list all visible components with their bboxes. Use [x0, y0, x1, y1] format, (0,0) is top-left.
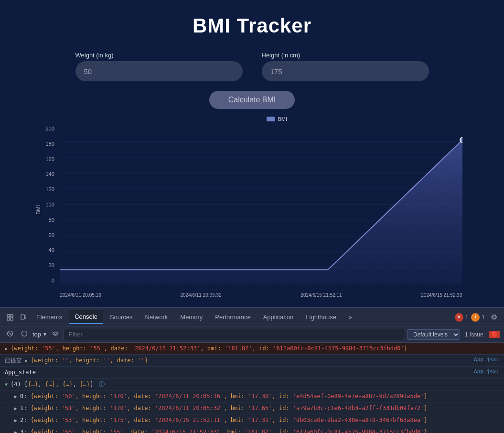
console-filter-input[interactable] [64, 329, 405, 340]
app-jsx-ref-2[interactable]: App.jsx: [474, 368, 499, 376]
console-line-item3: ▶ 3: {weight: '55', height: '55', date: … [0, 426, 504, 433]
tab-console[interactable]: Console [69, 310, 103, 324]
tab-application[interactable]: Application [257, 311, 300, 324]
tab-network[interactable]: Network [139, 311, 174, 324]
y-tick-0: 0 [52, 278, 54, 283]
item0-text: 0: {weight: '50', height: '170', date: '… [20, 392, 428, 401]
console-line-item1: ▶ 1: {weight: '51', height: '170', date:… [0, 402, 504, 414]
top-selector[interactable]: top ▼ [32, 331, 47, 338]
y-tick-180: 180 [46, 141, 54, 147]
y-tick-120: 120 [46, 186, 54, 192]
console-line-item0: ▶ 0: {weight: '50', height: '170', date:… [0, 390, 504, 402]
svg-point-21 [22, 331, 27, 336]
default-levels-select[interactable]: Default levels [407, 329, 460, 340]
y-axis-label: BMI [35, 205, 41, 215]
issue-label: 1 Issue: [465, 331, 485, 338]
console-line-array-desc: ▼ (4) [{…}, {…}, {…}, {…}] ⓘ [0, 379, 504, 390]
issue-count-badge: 🔴 [489, 331, 500, 338]
bmi-chart-svg [60, 126, 462, 283]
console-line-item2: ▶ 2: {weight: '53', height: '175', date:… [0, 414, 504, 426]
tab-more[interactable]: » [343, 311, 358, 324]
tab-performance[interactable]: Performance [209, 311, 256, 324]
svg-line-20 [9, 332, 11, 335]
devtools-panel: Elements Console Sources Network Memory … [0, 307, 504, 433]
console-line-submitted: 已提交 ▶ {weight: '', height: '', date: ''}… [0, 355, 504, 367]
tab-memory[interactable]: Memory [174, 311, 208, 324]
console-stop-button[interactable] [18, 329, 31, 340]
y-tick-200: 200 [46, 126, 54, 131]
height-input[interactable] [262, 61, 429, 81]
warn-count: 1 [482, 314, 485, 321]
form-row: Weight (in kg) Height (in cm) [10, 52, 494, 81]
svg-rect-11 [7, 314, 10, 317]
weight-group: Weight (in kg) [75, 52, 243, 81]
eye-icon-button[interactable] [49, 329, 62, 340]
y-tick-20: 20 [49, 262, 54, 268]
warn-badge: ! [471, 313, 480, 322]
svg-rect-15 [21, 314, 24, 319]
chart-area-fill [60, 140, 462, 283]
devtools-settings-button[interactable]: ⚙ [488, 311, 500, 324]
submitted-text: {weight: '', height: '', date: ''} [31, 356, 148, 365]
array-desc-text: (4) [{…}, {…}, {…}, {…}] ⓘ [11, 380, 105, 389]
svg-point-23 [54, 333, 56, 335]
y-tick-60: 60 [49, 232, 54, 238]
console-toolbar: top ▼ Default levels 1 Issue: 🔴 [0, 326, 504, 343]
y-tick-100: 100 [46, 202, 54, 207]
app-state-label: App_state [5, 368, 36, 377]
x-axis-labels: 2024/6/11 20:05:16 2024/6/11 20:05:32 20… [60, 292, 462, 298]
expand-arrow-submitted[interactable]: ▶ [25, 357, 28, 364]
tab-elements[interactable]: Elements [31, 311, 68, 324]
submitted-label: 已提交 [5, 356, 22, 365]
x-label-0: 2024/6/11 20:05:16 [60, 292, 101, 298]
expand-arrow-0[interactable]: ▶ [5, 345, 8, 352]
app-section: BMI Tracker Weight (in kg) Height (in cm… [0, 0, 504, 307]
top-label: top [32, 331, 41, 338]
item1-text: 1: {weight: '51', height: '170', date: '… [20, 404, 428, 412]
expand-arrow-item0[interactable]: ▶ [14, 393, 17, 400]
svg-rect-13 [7, 318, 10, 320]
error-badge: ✕ [455, 313, 463, 322]
expand-arrow-array[interactable]: ▼ [5, 381, 8, 388]
app-jsx-ref-1[interactable]: App.jsx: [474, 356, 499, 364]
chevron-down-icon: ▼ [43, 332, 47, 337]
console-content: ▶ {weight: '55', height: '55', date: '20… [0, 343, 504, 433]
y-tick-140: 140 [46, 171, 54, 177]
tab-lighthouse[interactable]: Lighthouse [300, 311, 342, 324]
y-axis: 200 180 160 140 120 100 80 60 40 20 0 [46, 126, 54, 283]
expand-arrow-item2[interactable]: ▶ [14, 417, 17, 424]
console-clear-button[interactable] [4, 329, 16, 340]
chart-legend: BMI [267, 116, 288, 122]
app-title: BMI Tracker [10, 14, 494, 37]
x-label-1: 2024/6/11 20:05:32 [180, 292, 221, 298]
expand-arrow-item1[interactable]: ▶ [14, 405, 17, 412]
legend-color-box [267, 117, 275, 121]
console-line-appstate-label: App_state App.jsx: [0, 367, 504, 379]
calculate-bmi-button[interactable]: Calculate BMI [209, 91, 295, 109]
height-group: Height (in cm) [262, 52, 429, 81]
chart-point-3 [460, 137, 462, 142]
error-count: 1 [465, 314, 469, 321]
devtools-inspect-icon[interactable] [4, 312, 16, 323]
expand-arrow-item3[interactable]: ▶ [14, 429, 17, 433]
y-tick-160: 160 [46, 156, 54, 162]
chart-area: BMI 200 180 160 140 120 100 80 60 40 20 … [37, 116, 467, 298]
legend-label: BMI [278, 116, 288, 122]
x-label-2: 2024/6/15 21:52:11 [300, 292, 342, 298]
item2-text: 2: {weight: '53', height: '175', date: '… [20, 416, 428, 424]
devtools-device-icon[interactable] [17, 312, 30, 323]
svg-rect-14 [11, 318, 13, 320]
console-line-0: ▶ {weight: '55', height: '55', date: '20… [0, 343, 504, 355]
devtools-tabs-bar: Elements Console Sources Network Memory … [0, 308, 504, 326]
svg-rect-12 [11, 314, 13, 317]
y-tick-40: 40 [49, 247, 54, 253]
weight-label: Weight (in kg) [75, 52, 114, 59]
tab-sources[interactable]: Sources [104, 311, 139, 324]
y-tick-80: 80 [49, 217, 54, 223]
height-label: Height (in cm) [262, 52, 300, 59]
weight-input[interactable] [75, 61, 243, 81]
console-line-0-text: {weight: '55', height: '55', date: '2024… [11, 344, 407, 353]
item3-text: 3: {weight: '55', height: '55', date: '2… [20, 428, 428, 433]
x-label-3: 2024/6/15 21:52:33 [421, 292, 462, 298]
